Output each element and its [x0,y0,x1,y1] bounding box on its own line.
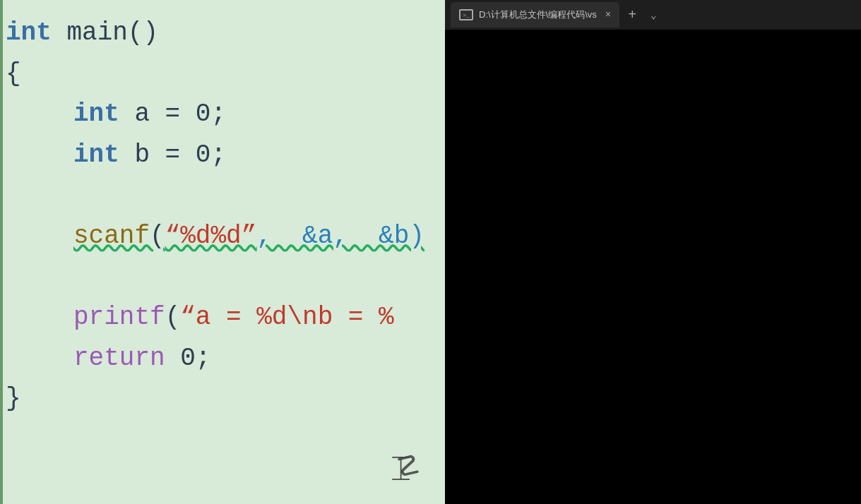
terminal-tab-title: D:\计算机总文件\编程代码\vs [479,8,597,21]
code-line-8: } [6,378,431,419]
terminal-icon: >_ [459,9,473,20]
code-line-7: return 0; [6,338,431,379]
code-line-empty1 [6,175,431,216]
code-line-6: printf(“a = %d\nb = % [6,297,431,338]
i-beam-cursor: ⌶ [392,450,410,484]
terminal-add-button[interactable]: + [622,5,642,25]
terminal-tab[interactable]: >_ D:\计算机总文件\编程代码\vs × [451,2,619,28]
function-printf: printf [73,297,165,338]
printf-string: “a = %d\nb = % [180,297,393,338]
terminal-body [445,30,861,504]
code-line-1: int main() [6,13,431,54]
scanf-string: “%d%d” [165,216,257,257]
function-scanf: scanf [73,216,150,257]
function-main: main [66,13,127,54]
code-line-empty2 [6,257,431,298]
code-line-5: scanf(“%d%d”, &a, &b) [6,216,431,257]
terminal-dropdown-button[interactable]: ⌄ [645,5,662,25]
keyword-int: int [6,13,52,54]
terminal-panel: >_ D:\计算机总文件\编程代码\vs × + ⌄ [445,0,861,504]
keyword-int-a: int [73,94,119,135]
code-line-3: int a = 0; [6,94,431,135]
code-line-2: { [6,54,431,95]
code-line-4: int b = 0; [6,135,431,176]
terminal-close-button[interactable]: × [605,10,611,20]
terminal-tab-bar: >_ D:\计算机总文件\编程代码\vs × + ⌄ [445,0,861,30]
keyword-return: return [73,338,165,379]
code-content: int main() { int a = 0; int b = 0; scanf… [0,7,445,425]
code-editor: int main() { int a = 0; int b = 0; scanf… [0,0,445,504]
keyword-int-b: int [73,135,119,176]
